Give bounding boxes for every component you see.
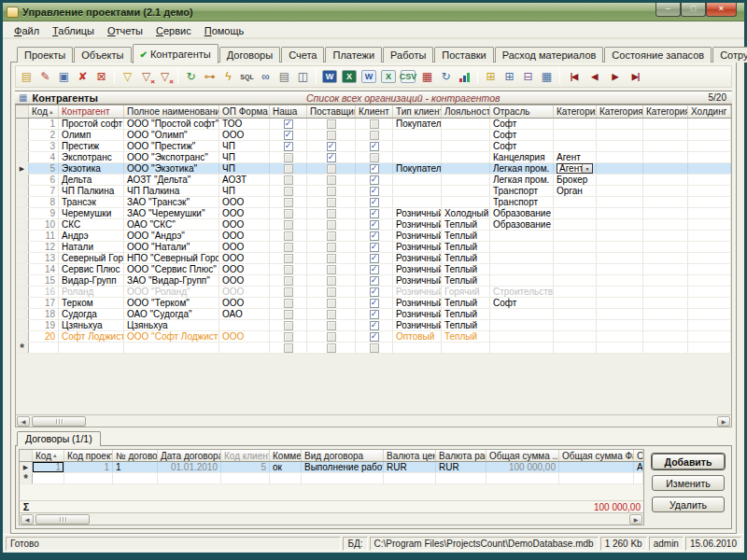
export-report-icon[interactable]: ▦: [418, 68, 436, 85]
column-header-Вид договора[interactable]: Вид договора: [302, 450, 384, 461]
column-header-Код[interactable]: Код▴: [33, 450, 64, 461]
table-row[interactable]: 1Простой софтООО "Простой софт"ТОО✓Покуп…: [16, 119, 731, 130]
checkbox-unchecked[interactable]: [284, 243, 293, 252]
column-header-Полное наименование[interactable]: Полное наименование: [124, 105, 219, 118]
checkbox-unchecked[interactable]: [284, 175, 293, 185]
checkbox-checked[interactable]: ✓: [370, 231, 379, 241]
nav-prev-button[interactable]: ◀: [585, 68, 604, 85]
column-header-Клиент[interactable]: Клиент: [356, 105, 393, 118]
checkbox-unchecked[interactable]: [327, 187, 336, 196]
nav-next-button[interactable]: ▶: [605, 68, 625, 85]
column-header-Общая сумма ...[interactable]: Общая сумма ...: [486, 450, 559, 461]
export-excel-icon[interactable]: X: [342, 70, 357, 83]
checkbox-unchecked[interactable]: [284, 220, 293, 230]
checkbox-unchecked[interactable]: [370, 153, 379, 162]
clear-table-icon[interactable]: ⊠: [92, 68, 110, 85]
column-header-Категория[interactable]: Категория: [554, 105, 597, 118]
export-word-icon[interactable]: W: [322, 70, 337, 83]
column-header-№ договора[interactable]: № договора: [113, 450, 158, 461]
sub-scroll-right-button[interactable]: ▶: [629, 514, 642, 525]
checkbox-checked[interactable]: ✓: [284, 142, 293, 151]
column-header-Код клиента[interactable]: Код клиента: [221, 450, 270, 461]
column-header-Лояльность[interactable]: Лояльность: [442, 105, 490, 118]
checkbox-unchecked[interactable]: [284, 231, 293, 241]
checkbox-unchecked[interactable]: [327, 299, 336, 308]
tab-Работы[interactable]: Работы: [383, 47, 433, 63]
edit-columns-icon[interactable]: ▦: [538, 68, 556, 85]
scroll-right-button[interactable]: ▶: [717, 416, 730, 427]
search-icon[interactable]: ∞: [257, 68, 275, 85]
tab-Проекты[interactable]: Проекты: [17, 47, 73, 63]
tab-Контрагенты[interactable]: ✔Контрагенты: [133, 44, 218, 63]
checkbox-unchecked[interactable]: [284, 310, 293, 319]
table-row[interactable]: 12НаталиООО "Натали"ООО✓РозничныйТеплый: [16, 242, 731, 253]
checkbox-unchecked[interactable]: [327, 209, 336, 218]
close-button[interactable]: ×: [706, 3, 737, 17]
new-record-icon[interactable]: ▤: [18, 68, 35, 85]
table-row[interactable]: 14Сервис ПлюсООО "Сервис Плюс"ООО✓Рознич…: [16, 264, 731, 275]
tab-Объекты[interactable]: Объекты: [74, 47, 131, 63]
checkbox-unchecked[interactable]: [284, 153, 293, 162]
checkbox-unchecked[interactable]: [284, 287, 293, 297]
column-header-Код[interactable]: Код▴: [29, 105, 59, 118]
table-row[interactable]: ▶11101.01.20105окВыполнение работRURRUR1…: [20, 462, 643, 473]
checkbox-unchecked[interactable]: [284, 332, 293, 342]
table-row[interactable]: 13Северный ГородНПО "Северный Город"ООО✓…: [16, 253, 731, 264]
column-header-Код проекта[interactable]: Код проекта: [64, 450, 113, 461]
chart-icon[interactable]: [456, 68, 473, 85]
checkbox-unchecked[interactable]: [284, 265, 293, 274]
sql-icon[interactable]: SQL: [238, 68, 256, 85]
nav-first-button[interactable]: |◀: [564, 68, 584, 85]
edit-button[interactable]: Изменить: [652, 475, 725, 491]
checkbox-unchecked[interactable]: [327, 131, 336, 140]
checkbox-unchecked[interactable]: [327, 343, 336, 353]
table-row[interactable]: 16РоландООО "Роланд"ООО✓РозничныйГорячий…: [16, 287, 731, 298]
table-row[interactable]: 3ПрестижООО "Престиж"ЧП✓✓✓Софт: [16, 141, 731, 152]
column-header-Категория 2[interactable]: Категория 2: [597, 105, 643, 118]
tab-Поставки[interactable]: Поставки: [434, 47, 493, 63]
menu-item-Таблицы[interactable]: Таблицы: [46, 24, 101, 37]
checkbox-checked[interactable]: ✓: [370, 321, 379, 330]
table-row[interactable]: 15Видар-ГруппЗАО "Видар-Групп"ООО✓Рознич…: [16, 275, 731, 287]
checkbox-unchecked[interactable]: [327, 321, 336, 330]
filter-lightning-icon[interactable]: ϟ: [219, 68, 237, 85]
checkbox-checked[interactable]: ✓: [370, 187, 379, 196]
column-header-Поставщик[interactable]: Поставщик: [307, 105, 356, 118]
column-header-Общая сумма Фа...[interactable]: Общая сумма Фа...: [559, 450, 634, 461]
tab-Счета[interactable]: Счета: [281, 47, 324, 63]
table-row[interactable]: 6ДельтаАОЗТ "Дельта"АОЗТ✓Легкая пром.Бро…: [16, 175, 731, 186]
sub-scroll-thumb[interactable]: [35, 514, 90, 525]
column-header-Валюта цен...[interactable]: Валюта цен...: [384, 450, 436, 461]
checkbox-checked[interactable]: ✓: [327, 153, 336, 162]
checkbox-unchecked[interactable]: [370, 343, 379, 353]
delete-button[interactable]: Удалить: [652, 497, 725, 512]
checkbox-checked[interactable]: ✓: [284, 119, 293, 129]
sub-scroll-left-button[interactable]: ◀: [21, 514, 34, 525]
nav-last-button[interactable]: ▶|: [626, 68, 645, 85]
checkbox-checked[interactable]: ✓: [370, 332, 379, 342]
table-row[interactable]: 19ЦзяньхуаЦзяньхуа✓РозничныйТеплый: [16, 320, 731, 331]
checkbox-unchecked[interactable]: [327, 231, 336, 241]
checkbox-unchecked[interactable]: [327, 198, 336, 207]
checkbox-unchecked[interactable]: [284, 164, 293, 174]
column-header-Контрагент[interactable]: Контрагент: [59, 105, 124, 118]
menu-item-Помощь[interactable]: Помощь: [198, 24, 251, 37]
table-row[interactable]: 9ЧеремушкиЗАО "Черемушки"ООО✓РозничныйХо…: [16, 208, 731, 219]
table-row[interactable]: 4ЭкспотрансООО "Экспотранс"ЧП✓Канцелярия…: [16, 152, 731, 163]
table-row[interactable]: 2ОлимпООО "Олимп"ООО✓Софт: [16, 130, 731, 141]
checkbox-unchecked[interactable]: [327, 276, 336, 286]
scroll-left-button[interactable]: ◀: [17, 416, 30, 427]
table-row[interactable]: 20Софт ЛоджистикООО "Софт Лоджистик"ООО✓…: [16, 331, 731, 343]
subtab-contracts[interactable]: Договоры (1/1): [17, 431, 101, 446]
table-row[interactable]: 17ТеркомООО "Терком"ООО✓РозничныйТеплыйС…: [16, 298, 731, 309]
combobox-dropdown-button[interactable]: ▼: [582, 164, 592, 173]
new-window-icon[interactable]: ⊞: [482, 68, 500, 85]
checkbox-checked[interactable]: ✓: [370, 287, 379, 297]
tab-Состояние запасов[interactable]: Состояние запасов: [604, 47, 712, 63]
filter-clear-icon[interactable]: ▽×: [156, 68, 174, 85]
checkbox-unchecked[interactable]: [327, 310, 336, 319]
checkbox-checked[interactable]: ✓: [370, 254, 379, 263]
checkbox-unchecked[interactable]: [284, 254, 293, 263]
table-row[interactable]: 8ТрансэкЗАО "Трансэк"ООО✓Транспорт: [16, 197, 731, 208]
preview-icon[interactable]: ◫: [294, 68, 312, 85]
